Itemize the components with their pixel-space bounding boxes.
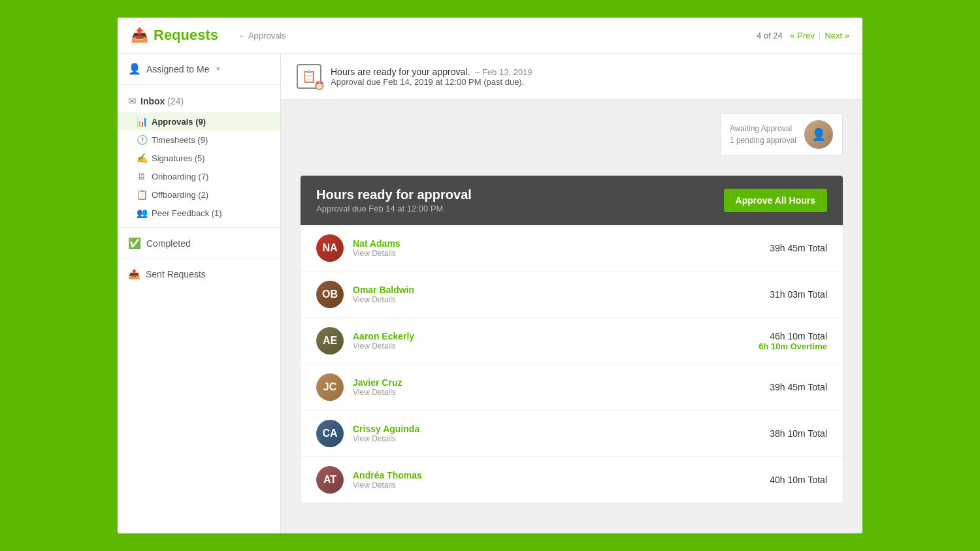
hours-card-subtitle: Approval due Feb 14 at 12:00 PM [316,204,472,213]
pagination-sep: | [819,31,821,40]
timesheets-label: Timesheets (9) [152,135,208,145]
employee-name[interactable]: Andréa Thomas [353,470,770,480]
signatures-label: Signatures (5) [152,153,205,163]
emp-overtime: 6h 10m Overtime [759,341,827,351]
notification-bar: 📋 ⏰ Hours are ready for your approval. –… [281,54,862,100]
employee-info: Andréa Thomas View Details [353,470,770,490]
inbox-item[interactable]: ✉ Inbox (24) [118,90,280,112]
content-area: 📋 ⏰ Hours are ready for your approval. –… [281,54,862,533]
employee-name[interactable]: Omar Baldwin [353,285,770,295]
top-bar: 📤 Requests ← Approvals 4 of 24 « Prev | … [118,18,862,54]
back-link[interactable]: ← Approvals [238,31,286,40]
requests-icon: 📤 [131,27,148,44]
employee-info: Aaron Eckerly View Details [353,331,759,351]
notification-text: Hours are ready for your approval. – Feb… [331,67,532,87]
awaiting-box: Awaiting Approval 1 pending approval 👤 [720,113,843,156]
awaiting-line1: Awaiting Approval [730,123,796,134]
sidebar-item-timesheets[interactable]: 🕐 Timesheets (9) [118,131,280,149]
pagination-count: 4 of 24 [757,31,783,40]
emp-hours: 39h 45m Total [770,382,827,392]
employee-hours-area: 46h 10m Total 6h 10m Overtime [759,331,827,351]
main-layout: 👤 Assigned to Me ▾ ✉ Inbox (24) 📊 Approv… [118,54,862,533]
prev-link[interactable]: « Prev [790,31,815,40]
view-details-link[interactable]: View Details [353,341,759,351]
employee-hours-area: 38h 10m Total [770,428,827,439]
sidebar-item-approvals[interactable]: 📊 Approvals (9) [118,112,280,131]
employee-avatar: AT [316,466,344,494]
notification-subtext: Approval due Feb 14, 2019 at 12:00 PM (p… [331,77,532,87]
sent-icon: 📤 [128,268,140,280]
sidebar-item-offboarding[interactable]: 📋 Offboarding (2) [118,185,280,204]
notification-main: Hours are ready for your approval. [331,67,470,77]
view-details-link[interactable]: View Details [353,480,770,490]
employee-avatar: CA [316,420,344,447]
inbox-label: Inbox (24) [140,96,184,106]
employee-name[interactable]: Nat Adams [353,238,770,249]
employee-name[interactable]: Aaron Eckerly [353,331,759,341]
inbox-icon: ✉ [128,95,137,107]
view-details-link[interactable]: View Details [353,249,770,258]
onboarding-label: Onboarding (7) [152,172,208,181]
view-details-link[interactable]: View Details [353,388,770,397]
assigned-to-me-header[interactable]: 👤 Assigned to Me ▾ [118,54,280,85]
emp-hours: 31h 03m Total [770,289,827,300]
timesheets-icon: 🕐 [136,134,148,145]
sidebar-item-peer-feedback[interactable]: 👥 Peer Feedback (1) [118,204,280,222]
approvals-icon: 📊 [136,116,148,127]
completed-item[interactable]: ✅ Completed [118,228,280,259]
top-bar-left: 📤 Requests ← Approvals [131,27,286,44]
employee-info: Omar Baldwin View Details [353,285,770,304]
offboarding-label: Offboarding (2) [152,190,208,200]
completed-label: Completed [146,238,191,249]
hours-card: Hours ready for approval Approval due Fe… [301,176,843,503]
peer-feedback-label: Peer Feedback (1) [152,208,222,218]
view-details-link[interactable]: View Details [353,295,770,304]
employee-avatar: NA [316,234,344,262]
next-link[interactable]: Next » [825,31,849,40]
hours-card-title: Hours ready for approval [316,187,472,202]
signatures-icon: ✍ [136,153,148,163]
employee-info: Javier Cruz View Details [353,377,770,397]
inbox-group: ✉ Inbox (24) 📊 Approvals (9) 🕐 Timesheet… [118,85,280,228]
view-details-link[interactable]: View Details [353,434,770,443]
chevron-down-icon: ▾ [216,65,220,73]
person-icon: 👤 [128,63,141,75]
completed-icon: ✅ [128,237,141,249]
logo-area: 📤 Requests [131,27,218,44]
notification-icon: 📋 ⏰ [297,64,321,89]
table-row: CA Crissy Aguinda View Details 38h 10m T… [301,411,843,457]
peer-feedback-icon: 👥 [136,208,148,218]
employee-hours-area: 31h 03m Total [770,289,827,300]
employee-avatar: OB [316,281,344,308]
employee-list: NA Nat Adams View Details 39h 45m Total … [301,225,843,503]
emp-hours: 40h 10m Total [770,475,827,485]
employee-name[interactable]: Javier Cruz [353,377,770,388]
sidebar-item-onboarding[interactable]: 🖥 Onboarding (7) [118,167,280,185]
awaiting-section: Awaiting Approval 1 pending approval 👤 [281,100,862,169]
employee-info: Crissy Aguinda View Details [353,424,770,443]
employee-hours-area: 40h 10m Total [770,475,827,485]
emp-hours: 38h 10m Total [770,428,827,439]
hours-card-header: Hours ready for approval Approval due Fe… [301,176,843,225]
employee-avatar: AE [316,327,344,354]
approvals-label: Approvals (9) [152,117,206,127]
table-row: NA Nat Adams View Details 39h 45m Total [301,225,843,272]
sent-requests-item[interactable]: 📤 Sent Requests [118,259,280,289]
sidebar: 👤 Assigned to Me ▾ ✉ Inbox (24) 📊 Approv… [118,54,281,533]
app-title: Requests [154,27,218,44]
awaiting-text: Awaiting Approval 1 pending approval [730,123,796,146]
clock-badge: ⏰ [315,81,324,90]
app-container: 📤 Requests ← Approvals 4 of 24 « Prev | … [118,18,862,533]
emp-hours: 39h 45m Total [770,243,827,253]
employee-name[interactable]: Crissy Aguinda [353,424,770,434]
pagination: 4 of 24 « Prev | Next » [757,31,849,40]
employee-hours-area: 39h 45m Total [770,243,827,253]
offboarding-icon: 📋 [136,189,148,200]
manager-avatar: 👤 [804,120,833,149]
sent-label: Sent Requests [146,269,206,279]
assigned-label: Assigned to Me [146,64,210,74]
onboarding-icon: 🖥 [136,171,148,181]
employee-avatar: JC [316,373,344,401]
approve-all-hours-button[interactable]: Approve All Hours [724,189,827,212]
sidebar-item-signatures[interactable]: ✍ Signatures (5) [118,149,280,167]
